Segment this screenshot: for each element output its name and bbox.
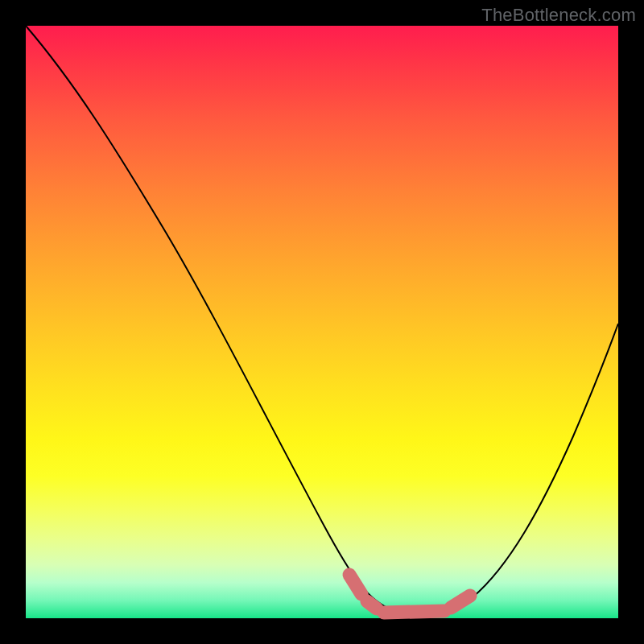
plot-area [26,26,618,618]
marker-seg-right [451,596,470,608]
marker-seg-left2 [367,601,377,609]
curve-svg [26,26,618,618]
chart-frame: TheBottleneck.com [0,0,644,644]
optimal-band-marker [349,575,470,613]
watermark-text: TheBottleneck.com [481,5,636,26]
bottleneck-curve [26,26,618,615]
marker-seg-bottom [384,611,444,613]
marker-seg-left [349,575,361,594]
